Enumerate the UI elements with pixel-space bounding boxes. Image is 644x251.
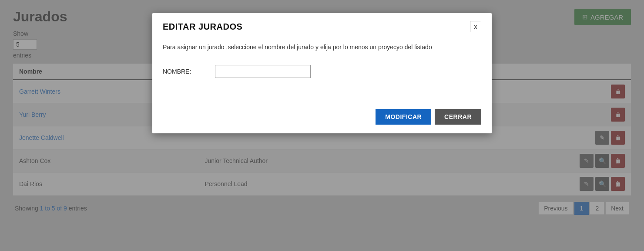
edit-modal: EDITAR JURADOS x Para asignar un jurado …: [152, 13, 492, 133]
modal-title: EDITAR JURADOS: [163, 22, 242, 32]
modificar-button[interactable]: MODIFICAR: [376, 109, 431, 125]
modal-close-btn[interactable]: x: [470, 21, 481, 32]
modal-overlay: EDITAR JURADOS x Para asignar un jurado …: [0, 0, 644, 251]
cerrar-button[interactable]: CERRAR: [435, 109, 481, 125]
nombre-label: NOMBRE:: [163, 68, 215, 75]
modal-description: Para asignar un jurado ,seleccione el no…: [163, 43, 481, 52]
nombre-input[interactable]: [215, 65, 311, 78]
